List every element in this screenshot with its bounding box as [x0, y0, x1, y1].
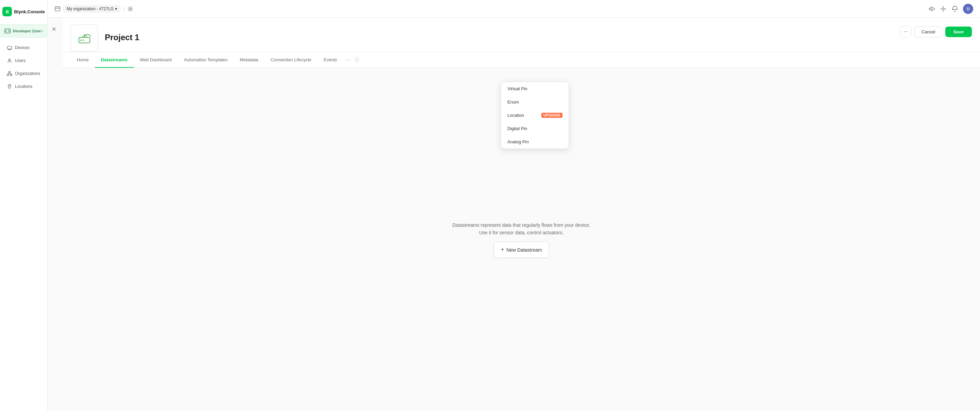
developer-zone-icon [4, 27, 11, 34]
svg-rect-1 [8, 46, 12, 49]
main-area: My organization - 4727LG ▾ | [48, 0, 980, 411]
project-title: Project 1 [105, 33, 893, 42]
svg-rect-4 [7, 74, 9, 76]
org-icon [54, 6, 60, 12]
sidebar-item-users[interactable]: Users [3, 54, 45, 67]
new-datastream-label: New Datastream [506, 247, 542, 253]
sidebar-item-organizations[interactable]: Organizations [3, 67, 45, 80]
locations-icon [7, 84, 12, 89]
dropdown-item-digital-pin[interactable]: Digital Pin [501, 122, 569, 135]
project-header: Project 1 ··· Cancel Save [63, 18, 980, 52]
tab-events[interactable]: Events [318, 53, 343, 68]
sidebar-item-locations[interactable]: Locations [3, 80, 45, 92]
megaphone-icon[interactable] [928, 5, 935, 12]
sidebar-item-devices[interactable]: Devices [3, 41, 45, 54]
logo-icon: B [2, 7, 12, 16]
gear-icon[interactable] [127, 6, 134, 12]
tab-home[interactable]: Home [71, 53, 95, 68]
cancel-button[interactable]: Cancel [914, 26, 942, 37]
topbar-separator: | [123, 6, 124, 11]
empty-state-description: Datastreams represent data that regularl… [450, 221, 593, 237]
empty-state: Datastreams represent data that regularl… [450, 221, 593, 258]
svg-rect-5 [10, 74, 12, 76]
org-selector[interactable]: My organization - 4727LG ▾ [63, 5, 121, 13]
project-title-area: Project 1 [105, 33, 893, 44]
users-icon [7, 58, 12, 63]
developer-zone-label: Developer Zone [4, 27, 41, 34]
plus-icon: + [501, 246, 504, 253]
topbar-left: My organization - 4727LG ▾ | [54, 5, 134, 13]
tab-metadata[interactable]: Metadata [234, 53, 264, 68]
project-actions: ··· Cancel Save [900, 26, 972, 37]
topbar: My organization - 4727LG ▾ | [48, 0, 980, 18]
svg-point-11 [80, 40, 82, 41]
chevron-down-icon: ▾ [115, 6, 117, 11]
tab-info-icon[interactable]: ⓘ [353, 52, 361, 68]
settings-icon[interactable] [940, 5, 947, 12]
topbar-right: U [928, 4, 973, 14]
tab-web-dashboard[interactable]: Web Dashboard [134, 53, 178, 68]
svg-point-6 [9, 85, 10, 86]
dropdown-item-location[interactable]: Location UPGRADE [501, 108, 569, 122]
save-button[interactable]: Save [945, 27, 972, 37]
tab-more-button[interactable]: ··· [343, 52, 353, 68]
dropdown-item-enum[interactable]: Enum [501, 96, 569, 108]
avatar[interactable]: U [963, 4, 973, 14]
project-panel: Project 1 ··· Cancel Save Home Datastrea… [48, 18, 980, 411]
developer-zone-bar[interactable]: Developer Zone › [0, 24, 47, 37]
project-icon-box [71, 24, 98, 52]
app-name: Blynk.Console [14, 9, 45, 14]
tab-connection-lifecycle[interactable]: Connection Lifecycle [264, 53, 318, 68]
svg-point-2 [9, 59, 11, 61]
svg-point-12 [83, 40, 84, 41]
close-button[interactable]: ✕ [48, 23, 60, 35]
bell-icon[interactable] [951, 5, 958, 12]
dropdown-item-analog-pin[interactable]: Analog Pin [501, 135, 569, 148]
tabs-row: Home Datastreams Web Dashboard Automatio… [63, 52, 980, 68]
svg-point-9 [942, 8, 944, 10]
new-datastream-button[interactable]: + New Datastream [494, 242, 549, 258]
more-button[interactable]: ··· [900, 26, 912, 37]
devices-icon [7, 45, 12, 50]
tab-automation-templates[interactable]: Automation Templates [178, 53, 234, 68]
organizations-icon [7, 71, 12, 76]
sidebar: B Blynk.Console Developer Zone › Devices [0, 0, 48, 411]
content-panel: ✕ [48, 18, 980, 411]
dropdown-menu: Virtual Pin Enum Location UPGRADE Digita… [501, 82, 569, 149]
dropdown-item-virtual-pin[interactable]: Virtual Pin [501, 82, 569, 96]
svg-rect-7 [55, 6, 60, 11]
tab-datastreams[interactable]: Datastreams [95, 53, 134, 68]
svg-point-8 [129, 8, 131, 10]
sidebar-nav: Devices Users Organizations Locations [0, 40, 47, 94]
project-icon [76, 29, 93, 47]
logo[interactable]: B Blynk.Console [0, 4, 49, 19]
chevron-right-icon: › [42, 29, 43, 33]
upgrade-badge: UPGRADE [541, 113, 563, 118]
main-content: Datastreams represent data that regularl… [63, 68, 980, 411]
